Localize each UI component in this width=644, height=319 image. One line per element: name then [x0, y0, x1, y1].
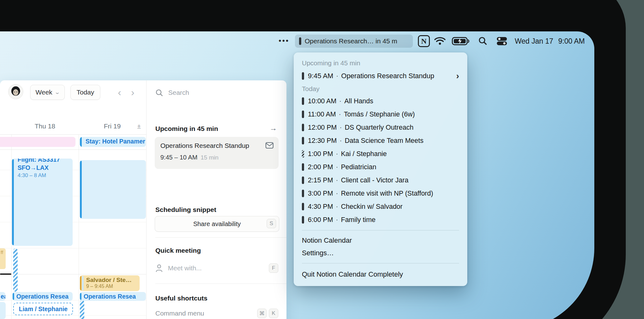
event-hold-striped-fri[interactable]	[80, 300, 84, 319]
grid-line	[0, 149, 146, 150]
event-title: Operations Research Standup	[341, 72, 434, 80]
dropdown-event-item[interactable]: 6:00 PM · Family time	[302, 213, 459, 226]
event-title: Liam / Stephanie	[19, 305, 68, 313]
menu-item-settings[interactable]: Settings…	[302, 247, 459, 259]
divider	[155, 237, 286, 238]
event-title: Data Science Team Meets	[345, 137, 424, 145]
dropdown-event-item[interactable]: 2:15 PM · Client call - Victor Jara	[302, 174, 459, 187]
menu-bar: ••• Operations Research… in 45 m N	[0, 31, 594, 51]
dropdown-event-item[interactable]: 10:00 AM · All Hands	[302, 95, 459, 108]
event-color-bar	[80, 137, 82, 147]
separator-dot: ·	[336, 176, 338, 184]
dropdown-event-item[interactable]: 1:00 PM · Kai / Stephanie	[302, 147, 459, 160]
next-week-button[interactable]: ›	[127, 85, 138, 100]
event-liam-stephanie-proposed[interactable]: Liam / Stephanie	[13, 303, 73, 315]
previous-week-button[interactable]: ‹	[114, 85, 125, 100]
event-time: 4:30 PM	[308, 203, 333, 211]
event-color-bar	[302, 111, 304, 118]
event-hold-striped-thu[interactable]	[13, 248, 18, 292]
event-color-bar	[80, 276, 81, 290]
event-time: 9:45 AM	[308, 72, 333, 80]
event-title: Client call - Victor Jara	[341, 176, 408, 184]
dropdown-event-item[interactable]: 4:30 PM · Checkin w/ Salvador	[302, 200, 459, 213]
meet-with-input[interactable]: Meet with... F	[155, 262, 278, 274]
event-color-bar	[302, 72, 304, 80]
separator-dot: ·	[336, 72, 338, 80]
share-availability-label: Share availability	[193, 220, 241, 228]
event-title: Operations Resea	[84, 293, 136, 300]
event-ops-fragment-wed[interactable]: ea	[0, 292, 5, 301]
event-title: Stay: Hotel Panamer	[86, 138, 145, 145]
event-fragment-yellow[interactable]: ff	[0, 248, 6, 269]
event-friday-morning-block[interactable]	[80, 160, 146, 219]
dropdown-event-item[interactable]: 12:30 PM · Data Science Team Meets	[302, 134, 459, 147]
today-button[interactable]: Today	[70, 85, 100, 100]
separator-dot: ·	[336, 190, 338, 197]
event-fragment-blue[interactable]	[0, 302, 6, 319]
event-title: Operations Resea	[16, 293, 69, 300]
menubar-dropdown: Upcoming in 45 min 9:45 AM · Operations …	[294, 52, 467, 286]
separator-dot: ·	[340, 124, 342, 132]
event-flight[interactable]: Flight: AS3317 SFO→LAX 4:30 – 8 AM	[12, 159, 73, 246]
event-title: Operations Research Standup	[160, 142, 273, 149]
menubar-notion-calendar-item[interactable]: Operations Research… in 45 m	[295, 35, 413, 48]
desktop: ••• Operations Research… in 45 m N	[0, 0, 644, 319]
notion-logo-icon[interactable]: N	[418, 35, 430, 47]
event-color-bar	[302, 176, 304, 184]
share-availability-button[interactable]: Share availability S	[155, 216, 279, 232]
dropdown-event-item[interactable]: 12:00 PM · DS Quarterly Outreach	[302, 121, 459, 134]
dropdown-upcoming-event[interactable]: 9:45 AM · Operations Research Standup ›	[302, 69, 459, 83]
dropdown-event-item[interactable]: 2:00 PM · Pediatrician	[302, 160, 459, 174]
event-salvador[interactable]: Salvador / Ste… 9 – 9:45 AM	[80, 275, 140, 291]
all-day-event-stay[interactable]: Stay: Hotel Panamer	[80, 137, 146, 147]
view-switcher-week-button[interactable]: Week ⌄	[30, 85, 65, 100]
divider	[155, 284, 286, 284]
grid-line	[0, 274, 146, 274]
event-secondary-bar	[82, 276, 84, 290]
grid-line	[0, 315, 146, 316]
event-color-bar	[302, 203, 304, 210]
spotlight-search-icon[interactable]	[478, 36, 487, 45]
grid-line	[0, 248, 146, 248]
search-icon	[155, 89, 163, 97]
scheduling-snippet-header: Scheduling snippet	[155, 206, 216, 214]
email-icon[interactable]	[265, 142, 274, 149]
menu-item-quit[interactable]: Quit Notion Calendar Completely	[302, 267, 459, 282]
event-ops-standup-fri[interactable]: Operations Resea	[80, 292, 146, 301]
separator-dot: ·	[339, 111, 341, 118]
grid-line	[79, 134, 79, 319]
event-color-bar	[302, 137, 304, 144]
separator-dot: ·	[336, 163, 338, 171]
wifi-icon[interactable]	[434, 36, 446, 45]
dropdown-event-item[interactable]: 3:00 PM · Remote visit with NP (Stafford…	[302, 187, 459, 200]
separator-dot: ·	[339, 97, 341, 105]
event-time: 9:45 – 10 AM	[160, 154, 197, 161]
avatar[interactable]	[8, 84, 23, 99]
search-input[interactable]: Search	[155, 87, 278, 98]
shortcut-key-k: K	[269, 309, 278, 318]
control-center-icon[interactable]	[496, 37, 508, 46]
event-ops-standup-thu[interactable]: Operations Resea	[13, 292, 73, 301]
event-title: ea	[1, 293, 5, 300]
event-time: 2:15 PM	[308, 176, 333, 184]
event-color-bar	[13, 293, 14, 300]
event-time: 4:30 – 8 AM	[18, 172, 70, 179]
view-switcher-label: Week	[36, 89, 52, 96]
menubar-time: 9:00 AM	[558, 31, 585, 51]
timezone-plusminus-icon[interactable]: ±	[133, 122, 145, 130]
dropdown-event-item[interactable]: 11:00 AM · Tomás / Stephanie (6w)	[302, 108, 459, 121]
grid-line	[11, 134, 12, 319]
event-time: 12:00 PM	[308, 124, 337, 132]
event-time: 6:00 PM	[308, 216, 333, 224]
upcoming-event-card[interactable]: Operations Research Standup 9:45 – 10 AM…	[155, 137, 279, 169]
all-day-event-pink[interactable]	[0, 137, 75, 147]
battery-charging-icon[interactable]	[452, 37, 470, 45]
meet-with-placeholder: Meet with...	[168, 264, 202, 272]
menubar-overflow-icon[interactable]: •••	[279, 31, 289, 50]
event-title: Tomás / Stephanie (6w)	[344, 111, 415, 118]
command-menu-row[interactable]: Command menu ⌘ K	[155, 307, 278, 319]
menu-item-notion-calendar[interactable]: Notion Calendar	[302, 234, 459, 247]
arrow-right-icon[interactable]: →	[269, 124, 277, 132]
menubar-clock[interactable]: Wed Jan 17 9:00 AM	[515, 31, 585, 51]
day-header-thu[interactable]: Thu 18	[11, 122, 79, 132]
